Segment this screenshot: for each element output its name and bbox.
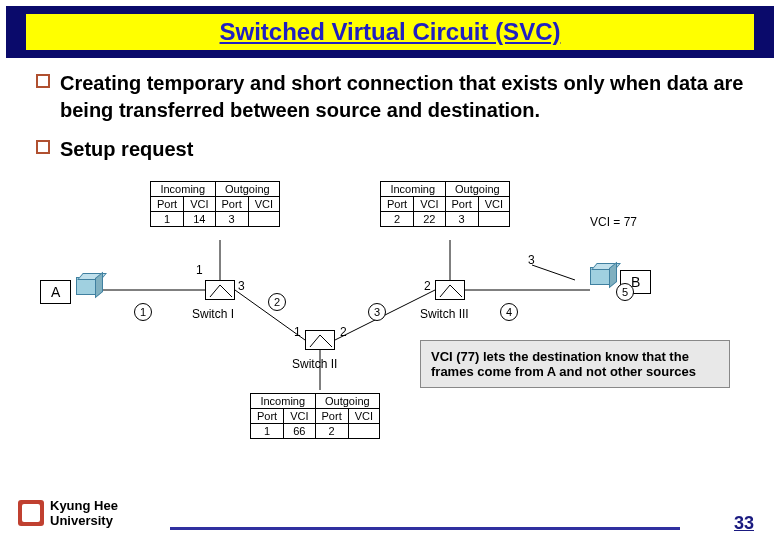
bullet-1-row: Creating temporary and short connection … <box>36 70 744 124</box>
content-area: Creating temporary and short connection … <box>0 58 780 455</box>
host-a-icon <box>76 277 98 295</box>
switch2-icon <box>305 330 335 350</box>
switch1-table: IncomingOutgoing PortVCIPortVCI 1143 <box>150 181 280 227</box>
title-bar: Switched Virtual Circuit (SVC) <box>6 6 774 58</box>
university-name: Kyung Hee University <box>50 498 118 528</box>
switch2-label: Switch II <box>292 357 337 371</box>
bullet-icon <box>36 74 50 88</box>
svg-line-7 <box>532 265 575 280</box>
step-5: 5 <box>616 283 634 301</box>
svg-line-9 <box>220 285 232 297</box>
svg-line-11 <box>320 335 332 347</box>
svc-diagram: IncomingOutgoing PortVCIPortVCI 1143 Inc… <box>40 175 740 455</box>
port-label: 3 <box>528 253 535 267</box>
switch3-label: Switch III <box>420 307 469 321</box>
port-label: 1 <box>196 263 203 277</box>
port-label: 3 <box>238 279 245 293</box>
host-b-icon <box>590 267 612 285</box>
bullet-2-row: Setup request <box>36 136 744 163</box>
step-1: 1 <box>134 303 152 321</box>
svg-line-10 <box>310 335 320 347</box>
step-3: 3 <box>368 303 386 321</box>
university-logo-icon <box>18 500 44 526</box>
port-label: 2 <box>340 325 347 339</box>
switch3-table: IncomingOutgoing PortVCIPortVCI 2223 <box>380 181 510 227</box>
vci77-label: VCI = 77 <box>590 215 637 229</box>
bullet-2-text: Setup request <box>60 136 193 163</box>
svg-line-12 <box>440 285 450 297</box>
bullet-1-text: Creating temporary and short connection … <box>60 70 744 124</box>
svg-line-13 <box>450 285 462 297</box>
bullet-icon <box>36 140 50 154</box>
vci-note: VCI (77) lets the destination know that … <box>420 340 730 388</box>
step-2: 2 <box>268 293 286 311</box>
switch1-icon <box>205 280 235 300</box>
port-label: 2 <box>424 279 431 293</box>
svg-line-8 <box>210 285 220 297</box>
switch1-label: Switch I <box>192 307 234 321</box>
page-number: 33 <box>734 513 754 534</box>
step-4: 4 <box>500 303 518 321</box>
slide-title: Switched Virtual Circuit (SVC) <box>26 14 754 50</box>
port-label: 1 <box>294 325 301 339</box>
footer-divider <box>170 527 680 530</box>
switch3-icon <box>435 280 465 300</box>
host-a-label: A <box>40 280 71 304</box>
switch2-table: IncomingOutgoing PortVCIPortVCI 1662 <box>250 393 380 439</box>
